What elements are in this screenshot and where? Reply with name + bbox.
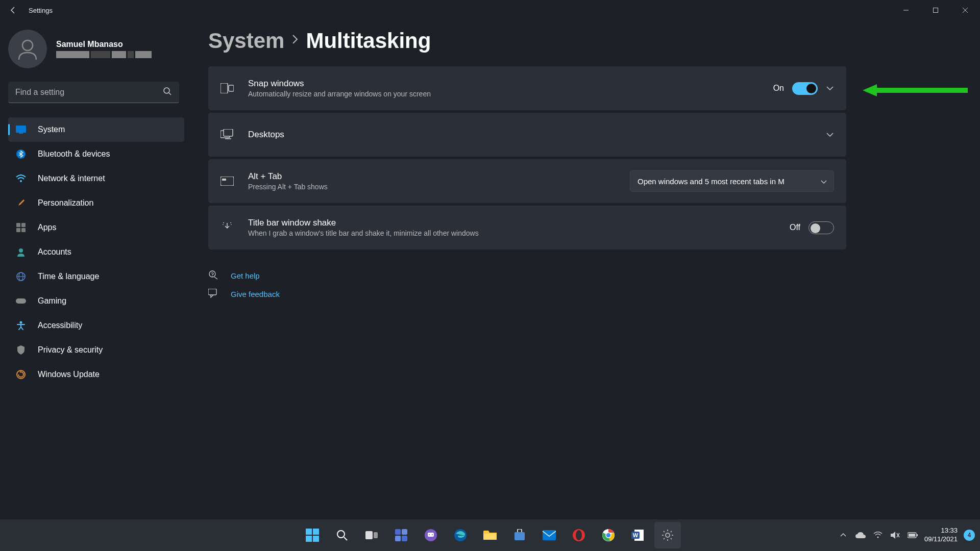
person-icon xyxy=(15,246,27,258)
maximize-button[interactable] xyxy=(921,0,950,20)
card-title-bar-shake[interactable]: Title bar window shake When I grab a win… xyxy=(208,206,846,249)
feedback-icon xyxy=(208,289,219,299)
svg-rect-25 xyxy=(220,177,234,186)
nav-windows-update[interactable]: Windows Update xyxy=(8,362,184,387)
alt-tab-icon xyxy=(220,174,234,188)
svg-rect-50 xyxy=(543,530,556,540)
search-box[interactable] xyxy=(8,82,179,103)
svg-rect-26 xyxy=(222,179,226,181)
store-button[interactable] xyxy=(506,522,533,548)
shake-status: Off xyxy=(790,223,800,232)
svg-point-35 xyxy=(337,531,345,538)
svg-rect-38 xyxy=(374,532,378,538)
taskbar: W 13:33 09/11/2021 4 xyxy=(0,519,980,551)
svg-point-28 xyxy=(212,276,213,277)
settings-button[interactable] xyxy=(654,522,681,548)
svg-rect-11 xyxy=(16,228,20,232)
svg-point-3 xyxy=(164,88,169,93)
shake-toggle[interactable] xyxy=(808,221,834,234)
profile-name: Samuel Mbanaso xyxy=(56,40,152,49)
chrome-button[interactable] xyxy=(595,522,622,548)
svg-rect-40 xyxy=(402,529,407,535)
profile-email-redacted xyxy=(56,51,152,58)
svg-point-8 xyxy=(20,180,22,182)
svg-rect-9 xyxy=(16,223,20,227)
minimize-button[interactable] xyxy=(891,0,921,20)
clock-time: 13:33 xyxy=(924,527,958,535)
breadcrumb-current: Multitasking xyxy=(306,29,431,53)
nav-apps[interactable]: Apps xyxy=(8,215,184,240)
svg-rect-12 xyxy=(21,228,26,232)
svg-rect-23 xyxy=(224,129,233,136)
svg-rect-6 xyxy=(19,133,23,134)
nav-accessibility[interactable]: Accessibility xyxy=(8,313,184,338)
give-feedback-link[interactable]: Give feedback xyxy=(208,289,846,299)
edge-button[interactable] xyxy=(447,522,474,548)
wifi-icon xyxy=(15,173,27,184)
svg-rect-29 xyxy=(208,289,216,295)
svg-rect-10 xyxy=(21,223,26,227)
svg-marker-30 xyxy=(863,84,968,96)
svg-rect-5 xyxy=(16,126,26,133)
card-snap-windows[interactable]: Snap windows Automatically resize and ar… xyxy=(208,66,846,110)
svg-rect-41 xyxy=(395,536,401,541)
nav-accounts[interactable]: Accounts xyxy=(8,240,184,264)
card-desktops[interactable]: Desktops xyxy=(208,113,846,157)
desktops-expand[interactable] xyxy=(826,130,834,139)
alt-tab-dropdown[interactable]: Open windows and 5 most recent tabs in M xyxy=(630,170,834,192)
start-button[interactable] xyxy=(299,522,326,548)
close-button[interactable] xyxy=(950,0,980,20)
chevron-right-icon xyxy=(291,34,299,48)
task-view-button[interactable] xyxy=(358,522,385,548)
nav-privacy[interactable]: Privacy & security xyxy=(8,338,184,362)
volume-icon[interactable] xyxy=(890,530,901,541)
search-icon xyxy=(163,87,172,98)
nav-personalization[interactable]: Personalization xyxy=(8,191,184,215)
breadcrumb: System Multitasking xyxy=(208,29,846,53)
file-explorer-button[interactable] xyxy=(477,522,503,548)
help-icon xyxy=(208,270,219,282)
svg-point-52 xyxy=(576,530,582,540)
nav-time-language[interactable]: Time & language xyxy=(8,264,184,289)
shake-icon xyxy=(220,221,234,234)
svg-rect-21 xyxy=(229,85,234,91)
svg-rect-17 xyxy=(16,298,26,304)
svg-rect-66 xyxy=(909,534,915,537)
sidebar: Samuel Mbanaso System Bluetooth & device… xyxy=(8,30,184,387)
chat-button[interactable] xyxy=(418,522,444,548)
clock[interactable]: 13:33 09/11/2021 xyxy=(924,527,958,544)
clock-date: 09/11/2021 xyxy=(924,535,958,544)
alt-tab-dropdown-value: Open windows and 5 most recent tabs in M xyxy=(638,177,785,186)
mail-button[interactable] xyxy=(536,522,562,548)
settings-cards: Snap windows Automatically resize and ar… xyxy=(208,66,846,249)
search-button[interactable] xyxy=(329,522,355,548)
opera-button[interactable] xyxy=(566,522,592,548)
battery-icon[interactable] xyxy=(907,530,918,541)
profile[interactable]: Samuel Mbanaso xyxy=(8,30,184,68)
help-links: Get help Give feedback xyxy=(208,270,846,299)
tray-expand[interactable] xyxy=(838,530,849,541)
onedrive-icon[interactable] xyxy=(855,530,866,541)
search-input[interactable] xyxy=(15,88,163,97)
wifi-tray-icon[interactable] xyxy=(872,530,884,541)
desktops-title: Desktops xyxy=(248,130,826,140)
snap-expand[interactable] xyxy=(826,84,834,93)
nav-bluetooth[interactable]: Bluetooth & devices xyxy=(8,142,184,166)
widgets-button[interactable] xyxy=(388,522,414,548)
back-button[interactable] xyxy=(7,4,19,16)
card-alt-tab[interactable]: Alt + Tab Pressing Alt + Tab shows Open … xyxy=(208,159,846,203)
nav-network[interactable]: Network & internet xyxy=(8,166,184,191)
svg-point-61 xyxy=(877,537,878,538)
svg-rect-48 xyxy=(483,534,497,540)
notification-badge[interactable]: 4 xyxy=(964,530,975,541)
snap-title: Snap windows xyxy=(248,79,773,89)
accessibility-icon xyxy=(15,320,27,331)
nav-system[interactable]: System xyxy=(8,117,184,142)
svg-rect-20 xyxy=(220,83,228,93)
svg-point-13 xyxy=(19,248,23,253)
word-button[interactable]: W xyxy=(625,522,651,548)
nav-gaming[interactable]: Gaming xyxy=(8,289,184,313)
snap-toggle[interactable] xyxy=(792,82,818,95)
breadcrumb-root[interactable]: System xyxy=(208,29,284,53)
get-help-link[interactable]: Get help xyxy=(208,270,846,282)
